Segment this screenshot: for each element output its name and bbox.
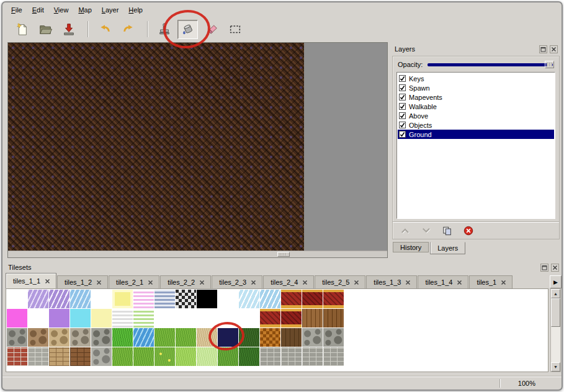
tileset-tab[interactable]: tiles_2_4 [263, 275, 314, 288]
layer-visibility-checkbox[interactable] [399, 131, 406, 138]
scroll-down-button[interactable]: ▼ [551, 362, 560, 372]
save-button[interactable] [58, 20, 79, 39]
tileset-tab[interactable]: tiles_1_1 [6, 273, 56, 288]
palette-tile[interactable] [176, 347, 196, 366]
menu-file[interactable]: File [6, 4, 27, 16]
open-file-button[interactable] [35, 20, 55, 39]
palette-tile[interactable] [133, 309, 154, 327]
palette-tile[interactable] [7, 347, 27, 366]
palette-tile[interactable] [49, 328, 69, 347]
palette-tile[interactable] [176, 328, 196, 347]
palette-tile[interactable] [218, 309, 238, 327]
close-tab-icon[interactable] [96, 280, 102, 285]
tab-layers[interactable]: Layers [430, 242, 465, 254]
palette-tile[interactable] [91, 290, 112, 308]
layer-row[interactable]: Objects [398, 120, 554, 130]
layer-row[interactable]: Mapevents [398, 92, 554, 102]
palette-tile[interactable] [281, 328, 302, 347]
menu-map[interactable]: Map [73, 4, 96, 16]
palette-tile[interactable] [154, 290, 175, 308]
palette-tile[interactable] [70, 309, 91, 327]
palette-tile[interactable] [112, 309, 133, 327]
menu-edit[interactable]: Edit [27, 4, 49, 16]
palette-tile[interactable] [70, 290, 91, 308]
scroll-tabs-right-button[interactable]: ▶ [550, 275, 562, 288]
palette-tile[interactable] [302, 328, 323, 347]
close-tab-icon[interactable] [354, 280, 359, 285]
move-layer-down-button[interactable] [419, 225, 434, 237]
palette-tile[interactable] [302, 290, 323, 308]
map-canvas[interactable] [8, 43, 304, 251]
palette-tile[interactable] [49, 309, 69, 327]
menu-layer[interactable]: Layer [97, 4, 124, 16]
close-tab-icon[interactable] [251, 280, 256, 285]
palette-tile[interactable] [49, 290, 69, 308]
scroll-up-button[interactable]: ▲ [551, 289, 560, 298]
tab-history[interactable]: History [393, 242, 429, 252]
menu-help[interactable]: Help [123, 4, 148, 16]
palette-tile[interactable] [28, 347, 48, 366]
palette-tile[interactable] [239, 328, 259, 347]
palette-tile[interactable] [302, 309, 323, 327]
palette-tile[interactable] [176, 290, 196, 308]
palette-tile[interactable] [197, 328, 217, 347]
palette-tile[interactable] [154, 328, 175, 347]
palette-tile[interactable] [239, 347, 259, 366]
opacity-slider[interactable] [427, 60, 554, 69]
tileset-tab[interactable]: tiles_1_3 [366, 275, 417, 288]
eraser-tool-button[interactable] [201, 20, 222, 39]
new-file-button[interactable] [11, 20, 32, 39]
palette-tile[interactable] [91, 347, 112, 366]
palette-tile[interactable] [260, 328, 280, 347]
menu-view[interactable]: View [49, 4, 74, 16]
tileset-tab[interactable]: tiles_2_3 [212, 275, 262, 288]
layer-visibility-checkbox[interactable] [399, 75, 406, 82]
palette-tile[interactable] [260, 309, 280, 327]
map-horizontal-scrollbar[interactable] [8, 251, 387, 257]
palette-vertical-scrollbar[interactable]: ▲ ▼ [550, 288, 561, 372]
selection-tool-button[interactable] [225, 20, 245, 39]
tileset-tab[interactable]: tiles_2_1 [109, 275, 159, 288]
close-tab-icon[interactable] [405, 280, 411, 285]
scrollbar-thumb[interactable] [551, 298, 560, 327]
palette-tile[interactable] [112, 290, 133, 308]
palette-tile[interactable] [7, 309, 27, 327]
close-panel-button[interactable] [551, 264, 559, 272]
palette-tile[interactable] [133, 328, 154, 347]
close-tab-icon[interactable] [302, 280, 308, 285]
palette-tile[interactable] [133, 290, 154, 308]
palette-tile[interactable] [323, 309, 344, 327]
undo-button[interactable] [94, 20, 115, 39]
scrollbar-thumb[interactable] [277, 252, 290, 257]
layer-row[interactable]: Above [398, 111, 554, 120]
palette-tile[interactable] [281, 347, 302, 366]
tileset-tab[interactable]: tiles_2_5 [315, 275, 365, 288]
palette-tile[interactable] [197, 347, 217, 366]
palette-tile[interactable] [7, 328, 27, 347]
float-panel-button[interactable] [539, 45, 547, 53]
layer-visibility-checkbox[interactable] [399, 112, 406, 119]
layer-visibility-checkbox[interactable] [399, 122, 406, 128]
layer-row[interactable]: Spawn [398, 83, 554, 92]
palette-tile[interactable] [323, 328, 344, 347]
palette-tile[interactable] [70, 347, 91, 366]
palette-tile[interactable] [112, 328, 133, 347]
palette-tile[interactable] [260, 290, 280, 308]
tileset-tab[interactable]: tiles_2_2 [160, 275, 211, 288]
palette-tile[interactable] [91, 328, 112, 347]
close-tab-icon[interactable] [501, 280, 506, 285]
palette-tile[interactable] [218, 328, 238, 347]
close-tab-icon[interactable] [199, 280, 205, 285]
palette-tile[interactable] [28, 309, 48, 327]
layer-visibility-checkbox[interactable] [399, 103, 406, 110]
stamp-tool-button[interactable] [154, 20, 174, 39]
palette-tile[interactable] [154, 347, 175, 366]
palette-tile[interactable] [49, 347, 69, 366]
palette-tile[interactable] [197, 290, 217, 308]
palette-tile[interactable] [28, 290, 48, 308]
layer-row[interactable]: Keys [398, 74, 554, 83]
opacity-slider-handle[interactable] [545, 61, 554, 68]
palette-tile[interactable] [239, 309, 259, 327]
palette-tile[interactable] [70, 328, 91, 347]
palette-tile[interactable] [260, 347, 280, 366]
